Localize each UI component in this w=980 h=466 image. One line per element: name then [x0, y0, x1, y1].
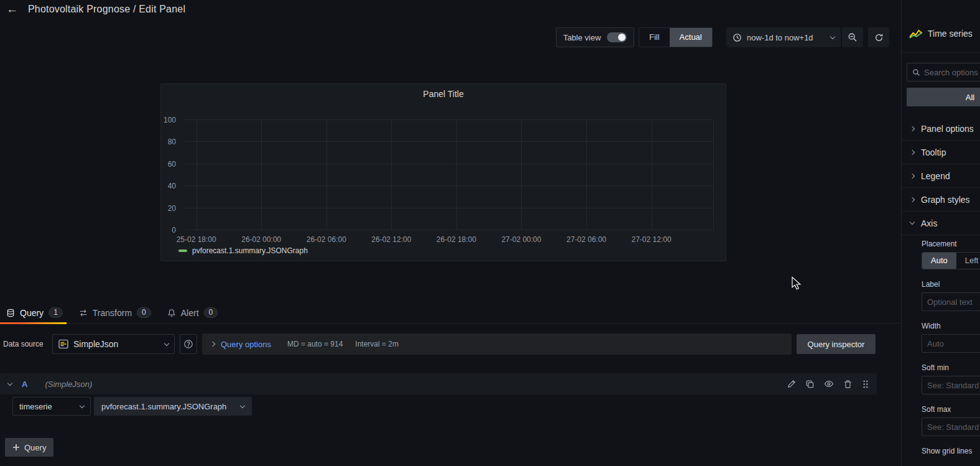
axis-label-input[interactable]: [922, 292, 980, 311]
chevron-down-icon: [830, 34, 835, 39]
chart-yaxis: 020406080100: [161, 120, 181, 230]
visualization-picker[interactable]: Time series: [909, 29, 973, 39]
chevron-right-icon: [910, 126, 915, 131]
options-section-label: Panel options: [921, 124, 974, 134]
mouse-cursor: [791, 276, 802, 291]
chevron-down-icon: [164, 340, 169, 345]
datasource-label: Data source: [3, 333, 44, 355]
y-tick-label: 0: [172, 226, 176, 234]
options-sections: Panel optionsTooltipLegendGraph stylesAx…: [902, 117, 980, 235]
x-tick-label: 26-02 00:00: [241, 235, 281, 244]
sidebar-divider: [902, 52, 980, 53]
actual-button[interactable]: Actual: [670, 28, 712, 47]
datasource-help-button[interactable]: [180, 334, 197, 354]
y-tick-label: 60: [168, 161, 176, 168]
refresh-button[interactable]: [868, 27, 889, 47]
query-options-label: Query options: [221, 340, 271, 349]
active-tab-underline: [0, 322, 67, 324]
query-options-toggle[interactable]: Query options MD = auto = 914 Interval =…: [202, 333, 792, 355]
toggle-knob: [618, 34, 626, 41]
query-row-header[interactable]: A (SimpleJson): [0, 373, 877, 394]
y-tick-label: 100: [164, 116, 176, 124]
chevron-down-icon: [910, 220, 915, 225]
page-title: Photovoltaik Prognose / Edit Panel: [28, 4, 185, 15]
edit-pencil-icon[interactable]: [787, 380, 796, 389]
grafana-edit-panel: ← Photovoltaik Prognose / Edit Panel Tab…: [0, 0, 980, 466]
zoom-out-button[interactable]: [842, 27, 863, 47]
options-section-legend[interactable]: Legend: [902, 164, 980, 188]
top-header: ← Photovoltaik Prognose / Edit Panel: [0, 0, 980, 19]
editor-tabs: Query 1 Transform 0 Alert 0: [0, 302, 901, 324]
chevron-right-icon: [210, 342, 215, 347]
chevron-right-icon: [910, 197, 915, 202]
gridline-vertical: [713, 120, 714, 230]
x-tick-label: 26-02 18:00: [437, 235, 476, 244]
duplicate-icon[interactable]: [805, 380, 815, 389]
y-tick-label: 80: [168, 138, 176, 146]
metric-select[interactable]: pvforecast.1.summary.JSONGraph: [94, 397, 252, 416]
options-section-label: Legend: [921, 171, 950, 181]
gridline-vertical: [521, 120, 522, 230]
tab-query-label: Query: [20, 308, 44, 318]
options-section-graph-styles[interactable]: Graph styles: [902, 188, 980, 212]
datasource-icon: [58, 339, 68, 349]
options-section-label: Axis: [921, 218, 937, 228]
options-section-axis[interactable]: Axis: [902, 212, 980, 235]
options-section-tooltip[interactable]: Tooltip: [902, 141, 980, 164]
options-sidebar: Time series All Panel optionsTooltipLege…: [901, 0, 980, 466]
collapse-chevron-icon[interactable]: [7, 380, 12, 385]
tab-query[interactable]: Query 1: [6, 302, 63, 324]
database-icon: [6, 309, 15, 317]
datasource-picker[interactable]: SimpleJson: [52, 334, 175, 354]
options-section-label: Tooltip: [921, 147, 946, 157]
tab-transform-badge: 0: [137, 307, 151, 318]
gridline-horizontal: [185, 164, 713, 164]
x-tick-label: 27-02 12:00: [632, 235, 672, 244]
options-filter-all[interactable]: All: [907, 88, 980, 106]
gridline-vertical: [261, 120, 262, 230]
trash-icon[interactable]: [843, 380, 853, 389]
tab-transform-label: Transform: [93, 308, 132, 318]
tab-transform[interactable]: Transform 0: [79, 302, 151, 324]
fill-button[interactable]: Fill: [639, 28, 670, 47]
time-range-picker[interactable]: now-1d to now+1d: [726, 27, 841, 47]
legend-item[interactable]: pvforecast.1.summary.JSONGraph: [178, 246, 308, 255]
axis-label-label: Label: [922, 280, 980, 289]
tab-query-badge: 1: [49, 307, 63, 318]
chart-plot: [185, 120, 713, 230]
gridline-vertical: [652, 120, 652, 230]
query-inspector-button[interactable]: Query inspector: [797, 334, 876, 354]
axis-width-input[interactable]: [922, 334, 980, 353]
query-row-actions: [787, 379, 869, 389]
placement-option-auto[interactable]: Auto: [922, 253, 956, 269]
y-tick-label: 20: [168, 205, 176, 212]
tab-alert[interactable]: Alert 0: [167, 302, 218, 324]
gridline-horizontal: [185, 141, 713, 142]
gridline-vertical: [326, 120, 327, 230]
options-search-input[interactable]: [924, 68, 980, 77]
soft-min-input[interactable]: [922, 376, 980, 394]
add-query-button[interactable]: Query: [5, 438, 53, 457]
drag-handle-icon[interactable]: [862, 380, 869, 389]
chart-xaxis: 25-02 18:0026-02 00:0026-02 06:0026-02 1…: [185, 235, 713, 244]
options-search: [907, 63, 980, 82]
placement-option-left[interactable]: Left: [956, 253, 980, 269]
y-tick-label: 40: [168, 182, 176, 190]
table-view-label: Table view: [563, 33, 601, 42]
soft-max-input[interactable]: [922, 417, 980, 436]
back-arrow-icon[interactable]: ←: [6, 0, 18, 19]
format-select-value: timeserie: [19, 402, 52, 411]
eye-icon[interactable]: [824, 379, 834, 389]
add-query-label: Query: [24, 443, 46, 452]
help-circle-icon: [183, 339, 193, 349]
options-section-label: Graph styles: [921, 195, 970, 205]
options-section-panel-options[interactable]: Panel options: [902, 117, 980, 141]
time-range-label: now-1d to now+1d: [747, 33, 813, 42]
transform-icon: [79, 309, 88, 317]
max-data-points-text: MD = auto = 914: [287, 340, 343, 348]
table-view-toggle[interactable]: [607, 32, 627, 42]
gridline-horizontal: [185, 185, 713, 186]
axis-width-label: Width: [922, 322, 980, 330]
format-select[interactable]: timeserie: [12, 397, 91, 416]
tab-alert-label: Alert: [181, 308, 199, 318]
